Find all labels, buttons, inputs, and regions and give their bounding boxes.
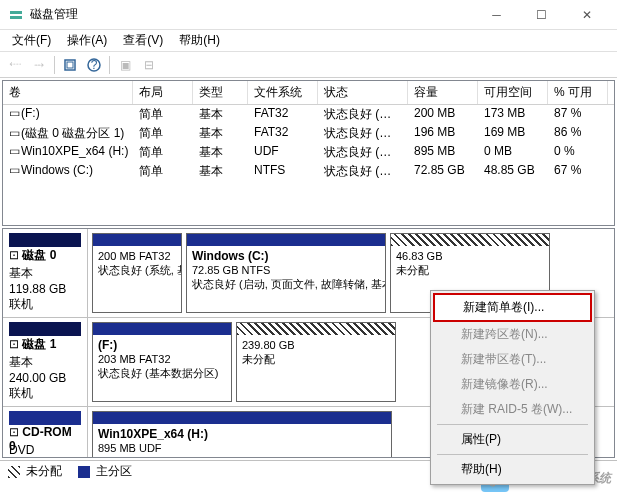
ctx-new-striped-volume: 新建带区卷(T)... [433, 347, 592, 372]
legend-unalloc-label: 未分配 [26, 463, 62, 480]
volume-rows: ▭(F:)简单基本FAT32状态良好 (…200 MB173 MB87 %▭(磁… [3, 105, 614, 225]
close-button[interactable]: ✕ [564, 1, 609, 29]
action1-button[interactable]: ▣ [114, 54, 136, 76]
ctx-new-mirrored-volume: 新建镜像卷(R)... [433, 372, 592, 397]
legend-primary-label: 主分区 [96, 463, 132, 480]
svg-text:?: ? [91, 58, 98, 72]
col-capacity[interactable]: 容量 [408, 81, 478, 104]
titlebar: 磁盘管理 ─ ☐ ✕ [0, 0, 617, 30]
ctx-new-simple-volume[interactable]: 新建简单卷(I)... [433, 293, 592, 322]
col-volume[interactable]: 卷 [3, 81, 133, 104]
menubar: 文件(F) 操作(A) 查看(V) 帮助(H) [0, 30, 617, 52]
ctx-new-raid5-volume: 新建 RAID-5 卷(W)... [433, 397, 592, 422]
window-title: 磁盘管理 [30, 6, 474, 23]
column-headers: 卷 布局 类型 文件系统 状态 容量 可用空间 % 可用 [3, 81, 614, 105]
disk-info[interactable]: ⊡ 磁盘 0基本119.88 GB联机 [3, 229, 88, 317]
menu-action[interactable]: 操作(A) [59, 30, 115, 51]
menu-view[interactable]: 查看(V) [115, 30, 171, 51]
toolbar: ⬸ ⤑ ? ▣ ⊟ [0, 52, 617, 78]
action2-button[interactable]: ⊟ [138, 54, 160, 76]
col-type[interactable]: 类型 [193, 81, 248, 104]
volume-row[interactable]: ▭(F:)简单基本FAT32状态良好 (…200 MB173 MB87 % [3, 105, 614, 124]
window-controls: ─ ☐ ✕ [474, 1, 609, 29]
context-menu: 新建简单卷(I)... 新建跨区卷(N)... 新建带区卷(T)... 新建镜像… [430, 290, 595, 485]
refresh-button[interactable] [59, 54, 81, 76]
partition[interactable]: (F:)203 MB FAT32状态良好 (基本数据分区) [92, 322, 232, 402]
ctx-separator [437, 424, 588, 425]
help-button[interactable]: ? [83, 54, 105, 76]
partition[interactable]: Windows (C:)72.85 GB NTFS状态良好 (启动, 页面文件,… [186, 233, 386, 313]
back-button[interactable]: ⬸ [4, 54, 26, 76]
volume-list: 卷 布局 类型 文件系统 状态 容量 可用空间 % 可用 ▭(F:)简单基本FA… [2, 80, 615, 226]
col-layout[interactable]: 布局 [133, 81, 193, 104]
volume-row[interactable]: ▭Windows (C:)简单基本NTFS状态良好 (…72.85 GB48.8… [3, 162, 614, 181]
col-status[interactable]: 状态 [318, 81, 408, 104]
legend-unalloc-icon [8, 466, 20, 478]
maximize-button[interactable]: ☐ [519, 1, 564, 29]
app-icon [8, 7, 24, 23]
disk-info[interactable]: ⊡ 磁盘 1基本240.00 GB联机 [3, 318, 88, 406]
ctx-new-spanned-volume: 新建跨区卷(N)... [433, 322, 592, 347]
volume-row[interactable]: ▭Win10XPE_x64 (H:)简单基本UDF状态良好 (…895 MB0 … [3, 143, 614, 162]
ctx-separator [437, 454, 588, 455]
volume-row[interactable]: ▭(磁盘 0 磁盘分区 1)简单基本FAT32状态良好 (…196 MB169 … [3, 124, 614, 143]
svg-rect-3 [67, 62, 73, 68]
svg-rect-1 [10, 16, 22, 19]
menu-help[interactable]: 帮助(H) [171, 30, 228, 51]
ctx-properties[interactable]: 属性(P) [433, 427, 592, 452]
partition[interactable]: Win10XPE_x64 (H:)895 MB UDF [92, 411, 392, 458]
legend-primary-icon [78, 466, 90, 478]
minimize-button[interactable]: ─ [474, 1, 519, 29]
col-fs[interactable]: 文件系统 [248, 81, 318, 104]
svg-rect-0 [10, 11, 22, 14]
menu-file[interactable]: 文件(F) [4, 30, 59, 51]
forward-button[interactable]: ⤑ [28, 54, 50, 76]
partition[interactable]: 239.80 GB未分配 [236, 322, 396, 402]
col-free[interactable]: 可用空间 [478, 81, 548, 104]
partition[interactable]: 200 MB FAT32状态良好 (系统, 基本 [92, 233, 182, 313]
col-pct[interactable]: % 可用 [548, 81, 608, 104]
disk-info[interactable]: ⊡ CD-ROM 0DVD895 MB联机 [3, 407, 88, 458]
ctx-help[interactable]: 帮助(H) [433, 457, 592, 482]
